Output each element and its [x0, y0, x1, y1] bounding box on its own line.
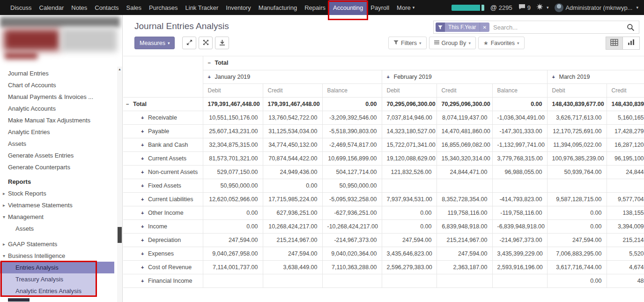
- pivot-cell[interactable]: 5,160,165: [607, 111, 644, 124]
- pivot-cell[interactable]: 50,950,000.00: [322, 179, 382, 192]
- mention-counter[interactable]: @ 2295: [490, 4, 512, 11]
- pivot-measure-header-february-2019-balance[interactable]: Balance: [492, 83, 547, 97]
- pivot-cell[interactable]: -147,301,333.00: [492, 124, 547, 138]
- pivot-cell[interactable]: 24,844: [607, 165, 644, 179]
- favorites-button[interactable]: ★ Favorites ▾: [478, 37, 525, 49]
- pivot-cell[interactable]: 10,551,150,176.00: [203, 111, 263, 124]
- pivot-cell[interactable]: -214,967,373.00: [322, 233, 382, 247]
- pivot-cell[interactable]: -5,518,390,803.00: [322, 124, 382, 138]
- pivot-measure-header-february-2019-debit[interactable]: Debit: [382, 83, 437, 97]
- sidebar-item-generate-assets-entries[interactable]: Generate Assets Entries: [0, 150, 122, 161]
- pivot-cell[interactable]: [492, 179, 547, 192]
- pivot-column-total-header[interactable]: −Total: [203, 56, 644, 70]
- pivot-measure-header-march-2019-debit[interactable]: Debit: [547, 83, 607, 97]
- pivot-column-header-january-2019[interactable]: +January 2019: [203, 70, 382, 83]
- pivot-cell[interactable]: 2,593,916,196.00: [492, 260, 547, 274]
- pivot-cell[interactable]: 96,988,055.00: [492, 165, 547, 179]
- pivot-cell[interactable]: 0.00: [547, 219, 607, 233]
- sidebar-item-entries-analysis[interactable]: Entries Analysis: [0, 262, 114, 273]
- pivot-cell[interactable]: 96,195,100: [607, 151, 644, 165]
- flip-axis-button[interactable]: [199, 37, 213, 49]
- sidebar-item-journal-entries[interactable]: Journal Entries: [0, 68, 122, 79]
- pivot-cell[interactable]: 215,214: [607, 233, 644, 247]
- topbar-menu-notes[interactable]: Notes: [67, 0, 91, 15]
- pivot-cell[interactable]: 81,573,701,321.00: [203, 151, 263, 165]
- progress-indicator[interactable]: [452, 5, 484, 11]
- pivot-cell[interactable]: 100,976,385,239.00: [547, 151, 607, 165]
- pivot-cell[interactable]: [547, 179, 607, 192]
- topbar-menu-more[interactable]: More▾: [393, 0, 418, 15]
- pivot-cell[interactable]: [263, 274, 322, 287]
- pivot-cell[interactable]: 138,155: [607, 206, 644, 219]
- pivot-cell[interactable]: 0.00: [203, 206, 263, 219]
- pivot-cell[interactable]: -214,967,373.00: [492, 233, 547, 247]
- pivot-cell[interactable]: 70,295,096,300.00: [437, 97, 492, 111]
- sidebar-item-generate-counterparts[interactable]: Generate Counterparts: [0, 161, 122, 173]
- pivot-column-header-march-2019[interactable]: +March 2019: [547, 70, 644, 83]
- pivot-cell[interactable]: 0.00: [322, 97, 382, 111]
- pivot-measure-header-march-2019-credit[interactable]: Credit: [607, 83, 644, 97]
- pivot-row-header-depreciation[interactable]: +Depreciation: [123, 233, 203, 247]
- pivot-cell[interactable]: 529,077,150.00: [203, 165, 263, 179]
- pivot-cell[interactable]: 2,363,187.00: [437, 260, 492, 274]
- pivot-measure-header-january-2019-debit[interactable]: Debit: [203, 83, 263, 97]
- measures-button[interactable]: Measures ▾: [134, 37, 175, 49]
- pivot-cell[interactable]: 31,125,534,034.00: [263, 124, 322, 138]
- pivot-row-header-receivable[interactable]: +Receivable: [123, 111, 203, 124]
- scrollbar-thumb[interactable]: [118, 227, 122, 243]
- pivot-cell[interactable]: 7,937,934,531.00: [382, 192, 437, 206]
- pivot-cell[interactable]: [203, 274, 263, 287]
- pivot-cell[interactable]: 19,120,088,629.00: [382, 151, 437, 165]
- pivot-row-header-non-current-assets[interactable]: +Non-current Assets: [123, 165, 203, 179]
- pivot-cell[interactable]: 3,435,646,823.00: [382, 247, 437, 260]
- sidebar-item-analytic-entries-analysis[interactable]: Analytic Entries Analysis: [0, 285, 96, 297]
- pivot-cell[interactable]: -119,758,116.00: [492, 206, 547, 219]
- pivot-cell[interactable]: [382, 274, 437, 287]
- pivot-cell[interactable]: 9,040,267,958.00: [203, 247, 263, 260]
- pivot-cell[interactable]: 3,779,768,315.00: [492, 151, 547, 165]
- pivot-cell[interactable]: 4,674: [607, 260, 644, 274]
- pivot-cell[interactable]: 504,127,714.00: [322, 165, 382, 179]
- pivot-cell[interactable]: 24,844,471.00: [437, 165, 492, 179]
- pivot-cell[interactable]: [492, 274, 547, 287]
- pivot-cell[interactable]: [382, 179, 437, 192]
- sidebar-item-analytic-entries[interactable]: Analytic Entries: [0, 126, 122, 138]
- pivot-cell[interactable]: 24,949,436.00: [263, 165, 322, 179]
- pivot-cell[interactable]: 119,758,116.00: [437, 206, 492, 219]
- pivot-cell[interactable]: 3,617,716,744.00: [547, 260, 607, 274]
- pivot-cell[interactable]: 148,430,839,: [607, 97, 644, 111]
- pivot-row-header-financial-income[interactable]: +Financial Income: [123, 274, 203, 287]
- pivot-cell[interactable]: 11,394,095,022.00: [547, 138, 607, 151]
- topbar-menu-accounting[interactable]: Accounting: [329, 0, 367, 15]
- pivot-cell[interactable]: 3,394,009: [607, 219, 644, 233]
- sidebar-item-gaap-statements[interactable]: ▸GAAP Statements: [0, 238, 122, 250]
- pivot-row-header-current-liabilities[interactable]: +Current Liabilities: [123, 192, 203, 206]
- topbar-menu-discuss[interactable]: Discuss: [7, 0, 36, 15]
- pivot-cell[interactable]: [437, 179, 492, 192]
- graph-view-button[interactable]: [622, 37, 640, 50]
- pivot-row-header-other-income[interactable]: +Other Income: [123, 206, 203, 219]
- pivot-cell[interactable]: [437, 274, 492, 287]
- pivot-cell[interactable]: 0.00: [382, 206, 437, 219]
- pivot-cell[interactable]: 10,699,156,899.00: [322, 151, 382, 165]
- user-menu[interactable]: Administrator (mknwyp... ▾: [555, 3, 638, 12]
- pivot-cell[interactable]: 16,287,120: [607, 138, 644, 151]
- pivot-cell[interactable]: 247,594.00: [382, 233, 437, 247]
- pivot-cell[interactable]: 9,577,704: [607, 192, 644, 206]
- pivot-cell[interactable]: 247,594.00: [437, 247, 492, 260]
- topbar-menu-repairs[interactable]: Repairs: [301, 0, 329, 15]
- topbar-menu-manufacturing[interactable]: Manufacturing: [255, 0, 301, 15]
- pivot-cell[interactable]: 0.00: [382, 219, 437, 233]
- pivot-cell[interactable]: [607, 179, 644, 192]
- pivot-cell[interactable]: 2,596,279,383.00: [382, 260, 437, 274]
- sidebar-scrollbar[interactable]: ▲: [117, 67, 122, 302]
- topbar-menu-sales[interactable]: Sales: [123, 0, 146, 15]
- pivot-cell[interactable]: 25,607,143,231.00: [203, 124, 263, 138]
- pivot-cell[interactable]: 179,391,467,448.00: [263, 97, 322, 111]
- pivot-cell[interactable]: 13,760,542,722.00: [263, 111, 322, 124]
- pivot-row-header-payable[interactable]: +Payable: [123, 124, 203, 138]
- pivot-cell[interactable]: 3,638,449.00: [263, 260, 322, 274]
- pivot-cell[interactable]: 3,435,399,229.00: [492, 247, 547, 260]
- filters-button[interactable]: Filters ▾: [388, 37, 427, 49]
- sidebar-item-business-intelligence[interactable]: ▾Business Intelligence: [0, 250, 122, 262]
